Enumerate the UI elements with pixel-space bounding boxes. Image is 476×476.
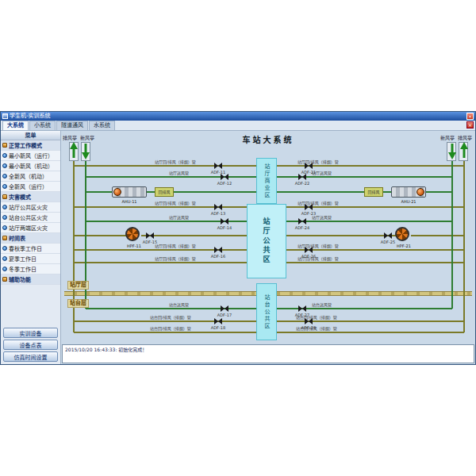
platform-floor-label: 站台层	[67, 299, 89, 308]
tab-big-system[interactable]: 大系统	[2, 121, 29, 130]
sidebar-item-hall-ends-fire[interactable]: 站厅两端区火灾	[1, 223, 60, 233]
sidebar-item-full-fresh-standby[interactable]: 全新风（机动）	[1, 171, 60, 182]
duct-label: 站台回/排风（排烟）管	[150, 326, 191, 331]
damper[interactable]: ADF-21	[305, 163, 313, 169]
sidebar-group-disaster-mode[interactable]: 灾害模式	[1, 192, 60, 202]
damper[interactable]: ADF-11	[214, 163, 222, 169]
training-device-button[interactable]: 实训设备	[3, 328, 58, 338]
damper[interactable]: ADF-25	[384, 232, 392, 239]
shaft-label-left-fresh: 新风亭	[80, 134, 94, 141]
diagram-title: 车站大系统	[243, 133, 294, 145]
equipment-tag: HPF-21	[386, 244, 421, 248]
sidebar-item-label: 全新风（运行）	[9, 182, 48, 190]
damper-icon	[305, 247, 313, 253]
damper[interactable]: ADF-18	[214, 318, 222, 324]
zone-label: 站厅公共区	[262, 217, 272, 265]
zone-hall-commercial: 站厅商业区	[256, 158, 277, 204]
damper-icon	[298, 218, 306, 225]
sidebar-item-hall-public-fire[interactable]: 站厅公共区火灾	[1, 202, 60, 213]
tab-bar: 大系统 小系统 隧道通风 水系统 ×	[1, 121, 475, 131]
duct-label: 站厅回/排风（排烟）管	[298, 244, 339, 248]
tab-small-system[interactable]: 小系统	[29, 121, 56, 130]
damper[interactable]: ADF-28	[305, 318, 313, 324]
damper-tag: ADF-17	[215, 313, 234, 317]
sidebar-item-summer-workday[interactable]: 夏季工作日	[1, 254, 60, 264]
sidebar-item-label: 站台公共区火灾	[9, 213, 48, 221]
damper[interactable]: ADF-15	[146, 232, 154, 239]
damper[interactable]: ADF-13	[214, 204, 222, 210]
folder-icon	[2, 143, 7, 148]
damper[interactable]: ADF-23	[305, 204, 313, 210]
damper-icon	[305, 204, 313, 210]
app-icon	[2, 113, 8, 119]
sidebar-item-label: 时间表	[9, 234, 25, 242]
sidebar-group-normal-mode[interactable]: 正常工作模式	[1, 140, 60, 151]
damper[interactable]: ADF-16	[214, 247, 222, 253]
sidebar-item-min-fresh-run[interactable]: 最小新风（运行）	[1, 151, 60, 161]
log-panel[interactable]: 2015/10/20 16:43:33: 初始化完成！	[62, 344, 474, 363]
folder-icon	[2, 236, 7, 240]
close-icon[interactable]: ×	[466, 113, 474, 120]
damper[interactable]: ADF-17	[221, 305, 228, 312]
damper-tag: ADF-23	[299, 211, 318, 216]
sidebar-item-spring-autumn-workday[interactable]: 春秋季工作日	[1, 244, 60, 254]
sidebar-group-auxiliary[interactable]: 辅助功能	[1, 274, 60, 285]
sidebar-item-platform-public-fire[interactable]: 站台公共区火灾	[1, 213, 60, 223]
sidebar-item-label: 站厅公共区火灾	[9, 203, 48, 211]
shaft-label-right-exhaust: 排风亭	[458, 134, 472, 141]
damper-tag: ADF-13	[209, 211, 228, 216]
tab-water-system[interactable]: 水系统	[89, 121, 115, 130]
damper-tag: ADF-18	[209, 325, 228, 330]
damper-icon	[221, 218, 228, 225]
shaft-left-fresh	[81, 142, 90, 161]
damper-tag: ADF-12	[215, 181, 234, 186]
diagram-area: 站厅商业区 站厅公共区 站台公共区	[61, 131, 475, 344]
device-point-table-button[interactable]: 设备点表	[3, 340, 58, 350]
ahu-unit-left[interactable]	[112, 186, 147, 198]
sidebar-item-winter-workday[interactable]: 冬季工作日	[1, 264, 60, 274]
zone-label: 站厅商业区	[263, 163, 271, 199]
damper-tag: ADF-27	[293, 313, 312, 317]
sim-time-settings-button[interactable]: 仿真时间设置	[3, 351, 58, 362]
damper-icon	[214, 204, 222, 210]
sidebar-group-schedule[interactable]: 时间表	[1, 233, 60, 244]
tab-tunnel-ventilation[interactable]: 隧道通风	[56, 121, 88, 130]
sidebar-item-label: 灾害模式	[9, 193, 31, 201]
shaft-label-left-exhaust: 排风亭	[63, 134, 77, 141]
damper-icon	[305, 318, 313, 324]
damper[interactable]: ADF-24	[298, 218, 306, 225]
diagram-canvas: 站厅商业区 站厅公共区 站台公共区	[61, 131, 475, 364]
damper[interactable]: ADF-12	[221, 174, 228, 180]
sidebar-item-min-fresh-standby[interactable]: 最小新风（机动）	[1, 161, 60, 171]
damper-tag: ADF-24	[293, 225, 312, 230]
mode-icon	[2, 246, 7, 251]
damper[interactable]: ADF-14	[221, 218, 228, 225]
zone-platform-public: 站台公共区	[256, 283, 277, 340]
return-air-box-right[interactable]: 回排风	[364, 187, 383, 197]
damper-icon	[221, 305, 228, 312]
damper-tag: ADF-22	[293, 181, 312, 186]
sidebar-item-full-fresh-run[interactable]: 全新风（运行）	[1, 182, 60, 192]
sidebar-item-label: 最小新风（机动）	[9, 162, 53, 170]
exit-icon[interactable]: ×	[466, 121, 474, 129]
damper[interactable]: ADF-22	[298, 174, 306, 180]
duct-label: 站台回/排风（排烟）管	[150, 315, 191, 320]
damper[interactable]: ADF-26	[305, 247, 313, 253]
zone-hall-public: 站厅公共区	[247, 204, 286, 278]
damper-icon	[298, 305, 306, 312]
damper-icon	[221, 174, 228, 180]
equipment-tag: AHU-11	[112, 199, 147, 204]
mode-icon	[2, 205, 7, 209]
damper-icon	[214, 247, 222, 253]
sidebar-header: 菜单	[1, 131, 60, 140]
return-air-box-left[interactable]: 回排风	[155, 187, 174, 197]
return-exhaust-fan-right[interactable]	[395, 227, 409, 241]
damper-icon	[384, 232, 392, 239]
damper[interactable]: ADF-27	[298, 305, 306, 312]
sidebar-item-label: 夏季工作日	[9, 255, 36, 263]
app-body: 菜单 正常工作模式 最小新风（运行） 最小新风（机动） 全新风（机动） 全新风（…	[1, 131, 475, 364]
shaft-right-exhaust	[459, 142, 468, 161]
return-exhaust-fan-left[interactable]	[125, 227, 140, 241]
mode-icon	[2, 225, 7, 230]
ahu-unit-right[interactable]	[391, 186, 426, 198]
